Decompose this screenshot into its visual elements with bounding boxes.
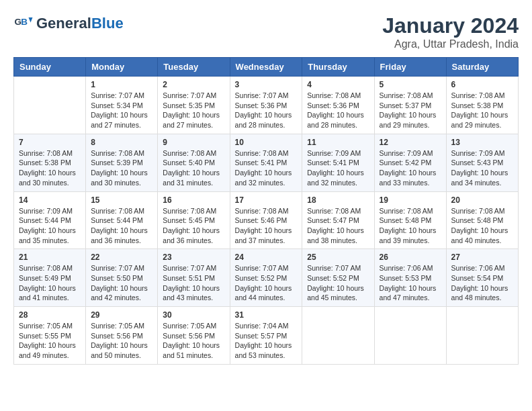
day-number: 23 (163, 253, 224, 262)
cell-line: Daylight: 10 hours (307, 110, 369, 120)
cell-line: Sunrise: 7:08 AM (235, 148, 298, 158)
calendar-cell: 11Sunrise: 7:09 AMSunset: 5:41 PMDayligh… (302, 134, 374, 191)
cell-line: Daylight: 10 hours (451, 110, 513, 120)
calendar-cell: 28Sunrise: 7:05 AMSunset: 5:55 PMDayligh… (14, 307, 86, 365)
cell-line: and 42 minutes. (91, 293, 152, 303)
cell-line: Daylight: 10 hours (307, 168, 369, 178)
cell-line: and 35 minutes. (19, 236, 81, 246)
calendar-cell: 17Sunrise: 7:08 AMSunset: 5:46 PMDayligh… (230, 191, 302, 249)
cell-line: Daylight: 10 hours (380, 226, 441, 236)
cell-line: Sunrise: 7:07 AM (307, 263, 369, 273)
cell-content: Sunrise: 7:08 AMSunset: 5:40 PMDaylight:… (163, 148, 224, 188)
day-number: 28 (19, 310, 81, 320)
cell-line: Sunrise: 7:05 AM (19, 321, 81, 331)
day-number: 21 (19, 253, 81, 262)
cell-content: Sunrise: 7:08 AMSunset: 5:48 PMDaylight:… (451, 206, 513, 246)
day-number: 3 (235, 80, 298, 89)
cell-line: and 27 minutes. (163, 120, 224, 130)
page-subtitle: Agra, Uttar Pradesh, India (382, 38, 519, 50)
cell-line: Sunset: 5:56 PM (91, 331, 152, 341)
calendar-cell: 5Sunrise: 7:08 AMSunset: 5:37 PMDaylight… (374, 77, 446, 134)
calendar-cell: 24Sunrise: 7:07 AMSunset: 5:52 PMDayligh… (230, 249, 302, 307)
calendar-cell: 18Sunrise: 7:08 AMSunset: 5:47 PMDayligh… (302, 191, 374, 249)
cell-line: Sunrise: 7:06 AM (451, 263, 513, 273)
cell-line: Sunset: 5:48 PM (451, 216, 513, 226)
cell-line: Sunset: 5:36 PM (235, 101, 298, 111)
day-number: 22 (91, 253, 152, 262)
calendar-cell: 14Sunrise: 7:09 AMSunset: 5:44 PMDayligh… (14, 191, 86, 249)
calendar-cell: 1Sunrise: 7:07 AMSunset: 5:34 PMDaylight… (86, 77, 158, 134)
cell-line: Sunset: 5:48 PM (380, 216, 441, 226)
cell-content: Sunrise: 7:09 AMSunset: 5:41 PMDaylight:… (307, 148, 369, 188)
cell-line: Sunrise: 7:09 AM (307, 148, 369, 158)
cell-line: and 33 minutes. (380, 178, 441, 188)
day-number: 1 (91, 80, 152, 89)
cell-content: Sunrise: 7:09 AMSunset: 5:42 PMDaylight:… (380, 148, 441, 188)
cell-line: Sunset: 5:41 PM (307, 158, 369, 168)
cell-line: and 36 minutes. (91, 236, 152, 246)
cell-line: Sunrise: 7:07 AM (91, 263, 152, 273)
cell-line: Daylight: 10 hours (307, 226, 369, 236)
cell-line: Daylight: 10 hours (19, 340, 81, 351)
cell-line: and 40 minutes. (451, 236, 513, 246)
cell-line: and 29 minutes. (380, 120, 441, 130)
cell-line: Sunrise: 7:08 AM (91, 148, 152, 158)
cell-content: Sunrise: 7:08 AMSunset: 5:38 PMDaylight:… (19, 148, 81, 188)
cell-content: Sunrise: 7:05 AMSunset: 5:55 PMDaylight:… (19, 321, 81, 361)
day-number: 12 (380, 138, 441, 147)
day-number: 29 (91, 310, 152, 320)
cell-content: Sunrise: 7:08 AMSunset: 5:46 PMDaylight:… (235, 206, 298, 246)
calendar-day-header: Thursday (302, 58, 374, 77)
day-number: 19 (380, 195, 441, 205)
calendar-cell: 13Sunrise: 7:09 AMSunset: 5:43 PMDayligh… (446, 134, 518, 191)
cell-line: Sunset: 5:57 PM (235, 331, 298, 341)
cell-line: and 48 minutes. (451, 293, 513, 303)
calendar-week-row: 21Sunrise: 7:08 AMSunset: 5:49 PMDayligh… (14, 249, 519, 307)
calendar-cell: 27Sunrise: 7:06 AMSunset: 5:54 PMDayligh… (446, 249, 518, 307)
cell-content: Sunrise: 7:06 AMSunset: 5:54 PMDaylight:… (451, 263, 513, 303)
day-number: 4 (307, 80, 369, 89)
cell-line: Daylight: 10 hours (235, 110, 298, 120)
cell-line: and 27 minutes. (91, 120, 152, 130)
cell-line: and 44 minutes. (235, 293, 298, 303)
calendar-day-header: Saturday (446, 58, 518, 77)
cell-content: Sunrise: 7:06 AMSunset: 5:53 PMDaylight:… (380, 263, 441, 303)
cell-line: and 32 minutes. (235, 178, 298, 188)
cell-content: Sunrise: 7:08 AMSunset: 5:47 PMDaylight:… (307, 206, 369, 246)
cell-line: and 51 minutes. (163, 351, 224, 361)
calendar-cell: 26Sunrise: 7:06 AMSunset: 5:53 PMDayligh… (374, 249, 446, 307)
cell-line: Sunrise: 7:09 AM (451, 148, 513, 158)
cell-line: Daylight: 10 hours (380, 168, 441, 178)
cell-line: and 28 minutes. (307, 120, 369, 130)
cell-line: Daylight: 10 hours (451, 168, 513, 178)
day-number: 20 (451, 195, 513, 205)
day-number: 13 (451, 138, 513, 147)
day-number: 6 (451, 80, 513, 89)
cell-content: Sunrise: 7:04 AMSunset: 5:57 PMDaylight:… (235, 321, 298, 361)
cell-content: Sunrise: 7:08 AMSunset: 5:49 PMDaylight:… (19, 263, 81, 303)
cell-line: Sunset: 5:38 PM (19, 158, 81, 168)
day-number: 18 (307, 195, 369, 205)
cell-line: Daylight: 10 hours (19, 226, 81, 236)
day-number: 31 (235, 310, 298, 320)
cell-line: Daylight: 10 hours (163, 283, 224, 293)
calendar-cell: 4Sunrise: 7:08 AMSunset: 5:36 PMDaylight… (302, 77, 374, 134)
cell-line: Sunrise: 7:08 AM (19, 263, 81, 273)
logo-icon: G B (13, 13, 34, 34)
calendar-cell (446, 307, 518, 365)
cell-line: Sunset: 5:42 PM (380, 158, 441, 168)
cell-line: Sunrise: 7:08 AM (307, 91, 369, 101)
day-number: 15 (91, 195, 152, 205)
day-number: 2 (163, 80, 224, 89)
day-number: 8 (91, 138, 152, 147)
cell-line: Sunrise: 7:05 AM (163, 321, 224, 331)
cell-line: Sunrise: 7:08 AM (163, 148, 224, 158)
calendar-cell: 23Sunrise: 7:07 AMSunset: 5:51 PMDayligh… (158, 249, 230, 307)
cell-line: Sunrise: 7:08 AM (235, 206, 298, 216)
calendar-cell (14, 77, 86, 134)
calendar-cell: 9Sunrise: 7:08 AMSunset: 5:40 PMDaylight… (158, 134, 230, 191)
cell-line: Sunrise: 7:08 AM (307, 206, 369, 216)
cell-line: Daylight: 10 hours (19, 168, 81, 178)
calendar-cell: 7Sunrise: 7:08 AMSunset: 5:38 PMDaylight… (14, 134, 86, 191)
cell-line: Sunset: 5:47 PM (307, 216, 369, 226)
